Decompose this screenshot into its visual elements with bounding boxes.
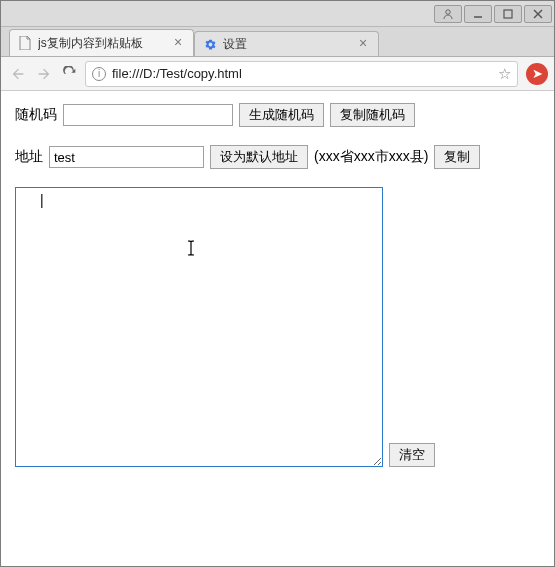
tab-inactive[interactable]: 设置 × xyxy=(194,31,379,56)
generate-random-button[interactable]: 生成随机码 xyxy=(239,103,324,127)
tab-strip: js复制内容到粘贴板 × 设置 × xyxy=(1,27,554,57)
set-default-address-button[interactable]: 设为默认地址 xyxy=(210,145,308,169)
textarea-row: | 清空 xyxy=(15,187,540,467)
tab-close-icon[interactable]: × xyxy=(356,37,370,51)
address-input[interactable] xyxy=(49,146,204,168)
file-icon xyxy=(18,36,32,50)
nav-toolbar: i file:///D:/Test/copy.html ☆ ➤ xyxy=(1,57,554,91)
copy-address-button[interactable]: 复制 xyxy=(434,145,480,169)
url-text[interactable]: file:///D:/Test/copy.html xyxy=(112,66,492,81)
tab-close-icon[interactable]: × xyxy=(171,36,185,50)
main-textarea[interactable]: | xyxy=(15,187,383,467)
forward-button[interactable] xyxy=(33,63,55,85)
copy-random-button[interactable]: 复制随机码 xyxy=(330,103,415,127)
random-input[interactable] xyxy=(63,104,233,126)
tab-title: js复制内容到粘贴板 xyxy=(38,35,171,52)
address-row: 地址 设为默认地址 (xxx省xxx市xxx县) 复制 xyxy=(15,145,540,169)
tab-active[interactable]: js复制内容到粘贴板 × xyxy=(9,29,194,56)
extension-glyph: ➤ xyxy=(532,66,543,81)
minimize-button[interactable] xyxy=(464,5,492,23)
address-hint: (xxx省xxx市xxx县) xyxy=(314,148,428,166)
titlebar xyxy=(1,1,554,27)
extension-button[interactable]: ➤ xyxy=(526,63,548,85)
url-bar[interactable]: i file:///D:/Test/copy.html ☆ xyxy=(85,61,518,87)
bookmark-star-icon[interactable]: ☆ xyxy=(498,65,511,83)
info-icon[interactable]: i xyxy=(92,67,106,81)
tab-title: 设置 xyxy=(223,36,356,53)
address-label: 地址 xyxy=(15,148,43,166)
user-menu-button[interactable] xyxy=(434,5,462,23)
svg-point-0 xyxy=(446,9,450,13)
maximize-button[interactable] xyxy=(494,5,522,23)
page-content: 随机码 生成随机码 复制随机码 地址 设为默认地址 (xxx省xxx市xxx县)… xyxy=(1,91,554,479)
svg-rect-2 xyxy=(504,10,512,18)
close-window-button[interactable] xyxy=(524,5,552,23)
reload-button[interactable] xyxy=(59,63,81,85)
random-label: 随机码 xyxy=(15,106,57,124)
clear-button[interactable]: 清空 xyxy=(389,443,435,467)
gear-icon xyxy=(203,37,217,51)
browser-window: js复制内容到粘贴板 × 设置 × i file:///D:/Test/copy… xyxy=(0,0,555,567)
back-button[interactable] xyxy=(7,63,29,85)
random-row: 随机码 生成随机码 复制随机码 xyxy=(15,103,540,127)
